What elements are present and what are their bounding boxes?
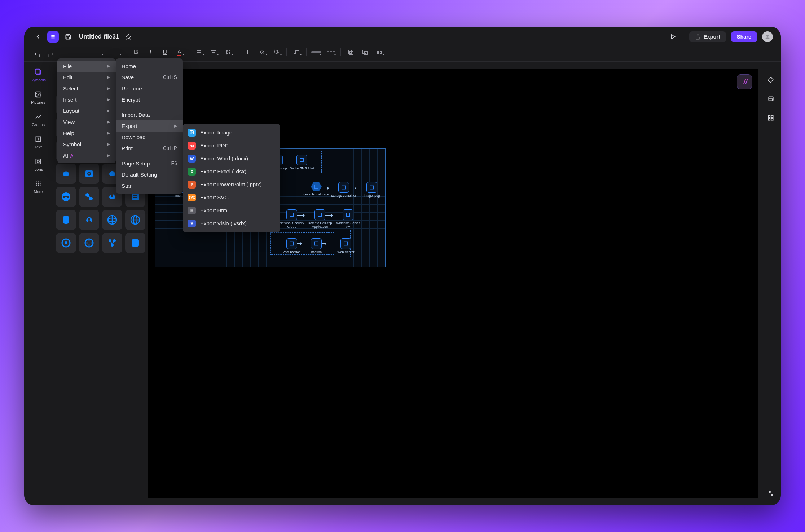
text-align-vertical[interactable] [193,47,205,58]
main-menu-item-view[interactable]: View▶ [57,116,116,128]
symbol-item[interactable] [125,210,145,230]
symbol-item[interactable] [79,210,99,230]
file-menu-item-home[interactable]: Home [116,61,183,72]
chevron-right-icon: ▶ [107,97,110,102]
rail-pictures[interactable]: Pictures [27,89,49,106]
file-menu-item-save[interactable]: SaveCtrl+S [116,72,183,83]
italic-button[interactable]: I [144,47,157,58]
diagram-node-gecko-sms[interactable]: Gecko SMS Alert [288,155,316,170]
file-menu-item-export[interactable]: Export▶ [116,120,183,132]
diagram-node-nsg[interactable]: Network Security Group [278,209,306,229]
export-menu-item-export-svg[interactable]: SVGExport SVG [183,191,280,204]
file-menu-item-page-setup[interactable]: Page SetupF6 [116,158,183,169]
symbol-item[interactable] [102,233,122,253]
symbol-item[interactable] [102,210,122,230]
main-menu-item-edit[interactable]: Edit▶ [57,72,116,83]
text-tool-button[interactable]: T [242,47,254,58]
save-icon[interactable] [62,31,74,43]
bold-button[interactable]: B [130,47,142,58]
undo-button[interactable] [31,49,43,61]
share-button[interactable]: Share [731,31,757,42]
fill-color-button[interactable] [256,47,268,58]
file-menu-item-default-setting[interactable]: Default Setting [116,169,183,180]
node-label: Gecko SMS Alert [290,167,314,170]
star-icon[interactable] [123,31,134,43]
diagram-node-blob[interactable]: geckoblobstorage [302,182,330,196]
main-menu: File▶Edit▶Select▶Insert▶Layout▶View▶Help… [57,58,116,163]
export-menu-item-export-word-docx-[interactable]: WExport Word (.docx) [183,152,280,165]
file-menu-item-rename[interactable]: Rename [116,83,183,94]
more-icon [34,179,43,188]
symbol-item[interactable] [56,233,76,253]
run-button[interactable] [667,31,679,43]
rail-more[interactable]: More [27,178,49,195]
file-menu-item-star[interactable]: Star [116,180,183,191]
symbol-item[interactable] [56,187,76,207]
symbol-item[interactable] [79,187,99,207]
connector-style-button[interactable] [290,47,303,58]
main-menu-item-insert[interactable]: Insert▶ [57,94,116,105]
chevron-right-icon: ▶ [107,153,110,158]
symbol-item[interactable] [56,210,76,230]
font-color-button[interactable]: A [173,47,185,58]
font-family-select[interactable] [83,47,104,58]
svg-marker-4 [671,35,675,39]
underline-button[interactable]: U [159,47,171,58]
main-menu-item-ai[interactable]: AI//▶ [57,150,116,161]
rail-text[interactable]: Text [27,133,49,151]
symbol-item[interactable] [79,164,99,184]
rail-symbols[interactable]: Symbols [27,66,49,84]
main-menu-item-select[interactable]: Select▶ [57,83,116,94]
diagram-node-webserver[interactable]: Web Server [332,238,360,254]
redo-button[interactable] [45,49,57,61]
export-menu-item-export-pdf[interactable]: PDFExport PDF [183,139,280,152]
settings-sliders-icon[interactable] [765,488,776,499]
highlight-button[interactable] [270,47,283,58]
diagram-node-storage[interactable]: storage container [330,182,358,198]
rail-graphs[interactable]: Graphs [27,111,49,128]
export-menu-item-export-excel-xlsx-[interactable]: XExport Excel (.xlsx) [183,165,280,178]
symbol-item[interactable] [79,233,99,253]
text-align-horizontal[interactable] [207,47,220,58]
fill-tool-icon[interactable] [765,75,776,86]
file-title[interactable]: Untitled file31 [79,33,119,40]
line-weight-button[interactable] [310,47,322,58]
symbol-item[interactable] [56,164,76,184]
diagram-node-bastion[interactable]: Bastion [302,238,330,254]
layers-icon[interactable] [765,94,776,105]
back-button[interactable] [32,31,44,43]
main-menu-item-help[interactable]: Help▶ [57,128,116,139]
font-size-select[interactable] [106,47,122,58]
export-menu-item-export-visio-vsdx-[interactable]: VExport Visio (.vsdx) [183,217,280,230]
menu-item-label: Home [122,63,136,69]
ai-badge[interactable]: // [737,74,752,89]
distribute-button[interactable] [373,47,386,58]
diagram-node-rdp[interactable]: Remote Desktop Application [306,209,334,229]
main-menu-item-layout[interactable]: Layout▶ [57,105,116,116]
main-menu-button[interactable] [47,31,59,43]
node-label: image-jpeg [364,194,380,198]
line-spacing-button[interactable] [222,47,234,58]
send-back-button[interactable] [344,47,357,58]
export-menu-item-export-image[interactable]: Export Image [183,126,280,139]
apps-grid-icon[interactable] [765,112,776,123]
svg-rect-100 [342,186,345,189]
file-menu-item-encrypt[interactable]: Encrypt [116,94,183,105]
diagram-node-winvm[interactable]: Windows Server VM [334,209,362,229]
line-style-button[interactable] [325,47,337,58]
export-menu-item-export-html[interactable]: HExport Html [183,204,280,217]
symbol-item[interactable] [125,233,145,253]
rail-icons[interactable]: Icons [27,156,49,173]
file-menu-item-print[interactable]: PrintCtrl+P [116,143,183,154]
diagram-node-vnet-bastion[interactable]: vnet-bastion [278,238,306,254]
export-menu-item-export-powerpoint-pptx-[interactable]: PExport PowerPoint (.pptx) [183,178,280,191]
user-avatar[interactable] [762,31,773,42]
file-menu-item-import-data[interactable]: Import Data [116,109,183,120]
text-icon [34,135,43,143]
file-menu-item-download[interactable]: Download [116,132,183,143]
bring-front-button[interactable] [359,47,371,58]
main-menu-item-symbol[interactable]: Symbol▶ [57,139,116,150]
diagram-node-image[interactable]: image-jpeg [358,182,386,198]
main-menu-item-file[interactable]: File▶ [57,61,116,72]
export-button[interactable]: Export [689,31,726,42]
